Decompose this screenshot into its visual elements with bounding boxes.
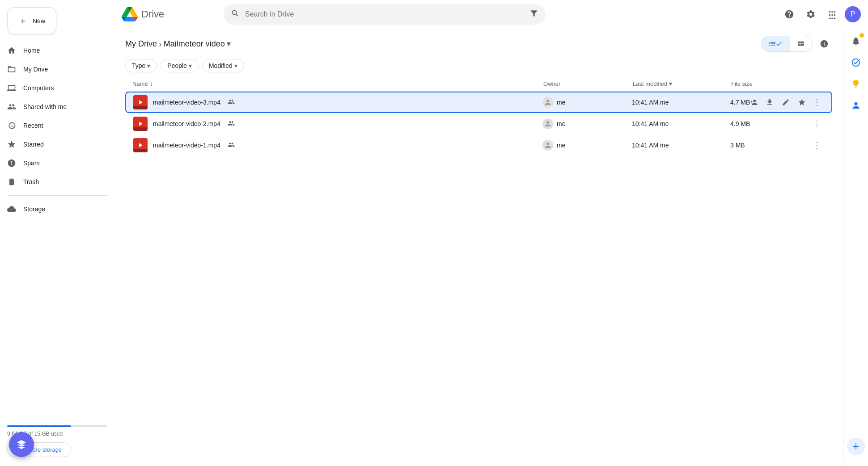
apps-icon-button[interactable] (823, 5, 841, 23)
owner-name: me (557, 99, 565, 106)
people-filter-chip[interactable]: People ▾ (161, 59, 199, 72)
sidebar-item-trash[interactable]: Trash (0, 173, 107, 191)
type-filter-chip[interactable]: Type ▾ (125, 59, 157, 72)
help-icon-button[interactable] (780, 5, 798, 23)
shared-users-icon (228, 141, 235, 150)
owner-cell: me (542, 140, 632, 151)
info-button[interactable] (816, 36, 832, 52)
sidebar-divider (7, 195, 107, 196)
new-button-label: New (33, 17, 45, 25)
col-size-header: File size (731, 80, 803, 87)
owner-avatar (542, 97, 553, 108)
right-panel (843, 29, 868, 466)
star-action-button[interactable] (795, 95, 809, 109)
sidebar-item-my-drive-label: My Drive (23, 66, 48, 73)
file-more-button[interactable]: ⋮ (810, 117, 824, 131)
sidebar: ＋ New Home My Drive Computers Shared w (0, 0, 114, 466)
chevron-down-icon: ▾ (227, 39, 231, 49)
video-thumbnail (133, 95, 148, 109)
sidebar-item-recent[interactable]: Recent (0, 117, 107, 134)
file-icon (133, 138, 148, 152)
file-name: mailmeteor-video-1.mp4 (153, 142, 220, 149)
owner-cell: me (542, 97, 632, 108)
people-filter-label: People (167, 62, 187, 69)
search-filter-icon[interactable] (529, 9, 538, 20)
breadcrumb-folder-name: Mailmeteor video (164, 39, 225, 49)
file-more-button[interactable]: ⋮ (810, 138, 824, 152)
view-toggle (761, 36, 813, 52)
add-panel-button[interactable] (847, 437, 865, 455)
shared-users-icon (228, 98, 235, 107)
notifications-panel-button[interactable] (847, 32, 865, 50)
sidebar-item-starred-label: Starred (23, 141, 44, 148)
file-list-header: Name ↓ Owner Last modified ▾ File size (125, 76, 832, 92)
col-owner-header: Owner (543, 80, 633, 87)
row-actions (746, 95, 809, 109)
keep-panel-button[interactable] (847, 75, 865, 93)
starred-icon (7, 140, 16, 149)
sort-down-icon: ↓ (150, 80, 153, 88)
search-input[interactable] (245, 10, 524, 18)
sidebar-nav: Home My Drive Computers Shared with me R… (0, 42, 114, 218)
logo-area: Drive (122, 6, 220, 22)
shared-users-icon (228, 120, 235, 128)
assistant-fab[interactable] (9, 432, 34, 457)
file-row[interactable]: mailmeteor-video-3.mp4 me 10:41 AM me 4.… (125, 92, 832, 113)
sidebar-item-shared-label: Shared with me (23, 103, 67, 110)
owner-name: me (557, 120, 565, 127)
sidebar-item-home[interactable]: Home (0, 42, 107, 59)
file-row[interactable]: mailmeteor-video-2.mp4 me 10:41 AM me 4.… (125, 113, 832, 134)
user-avatar[interactable]: P (845, 6, 861, 22)
sidebar-item-storage[interactable]: Storage (0, 200, 107, 218)
col-modified-label: Last modified (633, 80, 667, 87)
col-modified-header[interactable]: Last modified ▾ (633, 80, 731, 87)
view-controls (761, 36, 832, 52)
sidebar-item-computers-label: Computers (23, 84, 54, 92)
filter-area: Type ▾ People ▾ Modified ▾ (114, 55, 843, 76)
modified-filter-chip[interactable]: Modified ▾ (202, 59, 244, 72)
type-filter-label: Type (132, 62, 145, 69)
notification-badge (860, 33, 864, 38)
sidebar-item-starred[interactable]: Starred (0, 135, 107, 153)
drive-logo-icon (122, 6, 138, 22)
download-action-button[interactable] (762, 95, 777, 109)
size-cell: 3 MB (730, 142, 802, 149)
file-name-cell: mailmeteor-video-1.mp4 (133, 138, 542, 152)
video-thumbnail (133, 138, 148, 152)
grid-view-button[interactable] (790, 36, 812, 51)
storage-bar-fill (7, 425, 71, 427)
search-icon (231, 9, 240, 20)
storage-icon (7, 205, 16, 214)
sidebar-item-computers[interactable]: Computers (0, 79, 107, 97)
col-name-header[interactable]: Name ↓ (132, 80, 543, 88)
settings-icon-button[interactable] (802, 5, 820, 23)
file-icon (133, 117, 148, 131)
rename-action-button[interactable] (779, 95, 793, 109)
sidebar-item-my-drive[interactable]: My Drive (0, 60, 107, 78)
owner-name: me (557, 142, 565, 149)
breadcrumb-current-folder[interactable]: Mailmeteor video ▾ (164, 39, 231, 49)
topbar-actions: P (780, 5, 861, 23)
spam-icon (7, 159, 16, 168)
main-content: My Drive › Mailmeteor video ▾ (114, 29, 843, 466)
col-name-label: Name (132, 80, 148, 87)
tasks-panel-button[interactable] (847, 54, 865, 71)
computers-icon (7, 84, 16, 92)
modified-cell: 10:41 AM me (632, 142, 730, 149)
breadcrumb-root[interactable]: My Drive (125, 39, 157, 49)
sidebar-item-spam[interactable]: Spam (0, 154, 107, 172)
modified-filter-label: Modified (209, 62, 233, 69)
sidebar-item-home-label: Home (23, 47, 40, 54)
new-button[interactable]: ＋ New (7, 7, 56, 34)
share-action-button[interactable] (746, 95, 761, 109)
file-more-button[interactable]: ⋮ (810, 95, 824, 109)
content-area: My Drive › Mailmeteor video ▾ (114, 29, 868, 466)
type-filter-arrow-icon: ▾ (147, 62, 150, 69)
contacts-panel-button[interactable] (847, 97, 865, 114)
file-row[interactable]: mailmeteor-video-1.mp4 me 10:41 AM me 3 … (125, 134, 832, 156)
sidebar-item-shared[interactable]: Shared with me (0, 98, 107, 116)
trash-icon (7, 177, 16, 186)
video-thumbnail (133, 117, 148, 131)
owner-avatar (542, 140, 553, 151)
list-view-button[interactable] (761, 36, 790, 51)
